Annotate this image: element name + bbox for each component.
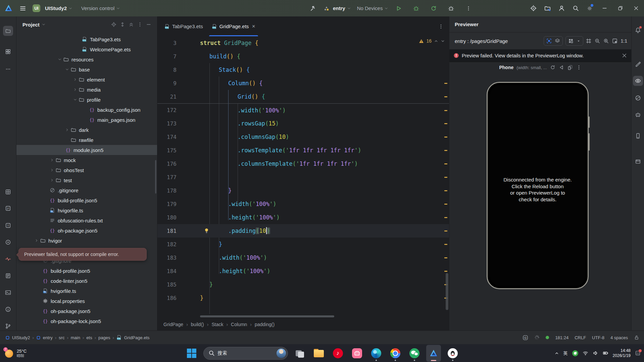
- hidden-icons-icon[interactable]: [554, 351, 559, 356]
- inspection-widget[interactable]: 16: [419, 38, 445, 44]
- tree-item-build-profile-json5[interactable]: {} build-profile.json5: [16, 266, 157, 276]
- tree-item-gitignore[interactable]: .gitignore: [16, 185, 157, 195]
- close-button[interactable]: [628, 0, 644, 16]
- chevron-down-icon[interactable]: [64, 67, 70, 71]
- code-area[interactable]: 3 struct GridPage { 7 build() { 8 Stack(…: [157, 36, 449, 314]
- status-path-uistudy2[interactable]: UIStudy2: [12, 335, 30, 340]
- collapse-all-icon[interactable]: [127, 20, 136, 29]
- taskbar-search[interactable]: 搜索: [203, 347, 288, 360]
- reload-icon[interactable]: [550, 65, 555, 70]
- line-number[interactable]: 3: [157, 40, 181, 46]
- battery-icon[interactable]: [603, 350, 608, 356]
- tree-item-ohostest[interactable]: ohosTest: [16, 165, 157, 175]
- code-line-174[interactable]: 174 .columnsGap(10): [157, 130, 449, 144]
- more-tools-icon[interactable]: [3, 64, 13, 74]
- previewer-eye-icon[interactable]: [633, 76, 643, 86]
- tree-item-base[interactable]: base: [16, 64, 157, 74]
- line-number[interactable]: 181: [157, 228, 181, 234]
- terminal-icon[interactable]: [3, 288, 13, 298]
- banner-close-icon[interactable]: [622, 53, 627, 58]
- assistant-pen-icon[interactable]: [633, 59, 643, 69]
- line-number[interactable]: 175: [157, 147, 181, 154]
- vcs-widget[interactable]: Version control: [81, 5, 120, 11]
- breadcrumb-column[interactable]: Column: [231, 322, 247, 327]
- tree-item-tabpage3-ets[interactable]: ETS TabPage3.ets: [16, 34, 157, 44]
- code-line-186[interactable]: 186 }: [157, 291, 449, 305]
- tab-tabpage3[interactable]: ETS TabPage3.ets: [160, 16, 207, 36]
- rotate-icon[interactable]: [559, 65, 564, 70]
- line-number[interactable]: 7: [157, 53, 181, 60]
- grid-view-icon[interactable]: [568, 38, 574, 44]
- notification-center-icon[interactable]: [635, 350, 641, 356]
- code-line-179[interactable]: 179 .width('100%'): [157, 197, 449, 211]
- hide-panel-icon[interactable]: [144, 20, 153, 29]
- ai-robot-icon[interactable]: [633, 110, 643, 120]
- code-line-182[interactable]: 182 }: [157, 238, 449, 251]
- ohos-globe-icon[interactable]: [633, 93, 643, 103]
- device-selector[interactable]: No Devices: [357, 5, 389, 11]
- wifi-icon[interactable]: [583, 350, 588, 356]
- status-path-gridpage-ets[interactable]: GridPage.ets: [124, 335, 150, 340]
- status-path-main[interactable]: main: [71, 335, 80, 340]
- tree-item-obfuscation-rules-txt[interactable]: obfuscation-rules.txt: [16, 215, 157, 225]
- green-app-icon[interactable]: [572, 350, 578, 356]
- zoom-out-icon[interactable]: [595, 38, 600, 44]
- git-icon[interactable]: [3, 321, 13, 331]
- caret-position[interactable]: 181:24: [555, 335, 568, 340]
- layers-icon[interactable]: [555, 38, 560, 44]
- profiler-button[interactable]: [444, 0, 458, 16]
- hscrollbar-thumb[interactable]: [200, 315, 334, 317]
- tree-item-rawfile[interactable]: rawfile: [16, 135, 157, 145]
- code-line-3[interactable]: 3 struct GridPage {: [157, 36, 449, 50]
- run-tool-icon[interactable]: [3, 237, 13, 247]
- line-number[interactable]: 179: [157, 201, 181, 207]
- tab-options-icon[interactable]: [438, 24, 444, 29]
- tool-t-icon[interactable]: T: [3, 220, 13, 230]
- code-line-21[interactable]: 21 Grid() {: [157, 90, 449, 103]
- panel-options-icon[interactable]: [136, 20, 144, 29]
- lock-icon[interactable]: [634, 335, 639, 340]
- chevron-right-icon[interactable]: [72, 77, 78, 82]
- expand-collapse-icon[interactable]: [118, 20, 127, 29]
- code-line-173[interactable]: 173 .rowsGap(15): [157, 117, 449, 130]
- line-number[interactable]: 9: [157, 80, 181, 87]
- editor-hscrollbar[interactable]: [157, 314, 449, 318]
- tab-gridpage[interactable]: ETS GridPage.ets ✕: [207, 16, 260, 36]
- bookmarks-grid-icon[interactable]: [3, 187, 13, 197]
- line-number[interactable]: 178: [157, 188, 181, 194]
- taskbar-app-qq[interactable]: [445, 345, 460, 362]
- g-service-icon[interactable]: G: [523, 335, 528, 341]
- maximize-button[interactable]: [612, 0, 628, 16]
- account-icon[interactable]: [554, 0, 568, 16]
- taskbar-app-explorer[interactable]: [311, 345, 326, 362]
- code-line-181[interactable]: 181 .padding(10): [157, 224, 449, 238]
- project-folder-icon[interactable]: [3, 26, 13, 36]
- status-path-src[interactable]: src: [59, 335, 64, 340]
- code-line-184[interactable]: 184 .height('100%'): [157, 264, 449, 278]
- main-menu-icon[interactable]: [18, 0, 28, 16]
- prev-warning-icon[interactable]: [434, 39, 438, 43]
- tree-item-code-linter-json5[interactable]: {} code-linter.json5: [16, 276, 157, 286]
- status-path-entry[interactable]: entry: [43, 335, 53, 340]
- breadcrumb-gridpage[interactable]: GridPage: [163, 322, 183, 327]
- line-ending[interactable]: CRLF: [575, 335, 586, 340]
- project-selector[interactable]: UIStudy2: [45, 5, 72, 11]
- tree-item-hvigorfile-ts[interactable]: TS hvigorfile.ts: [16, 205, 157, 215]
- line-number[interactable]: 180: [157, 214, 181, 221]
- tree-item-main-pages-json[interactable]: {} main_pages.json: [16, 115, 157, 125]
- modules-icon[interactable]: [3, 47, 13, 57]
- more-actions-icon[interactable]: [461, 0, 476, 16]
- taskbar-app-deveco-studio[interactable]: [426, 345, 441, 362]
- tool-p-icon[interactable]: P: [3, 203, 13, 213]
- line-number[interactable]: 184: [157, 268, 181, 274]
- intention-bulb-icon[interactable]: [204, 228, 209, 234]
- taskbar-app-widgets[interactable]: [292, 345, 307, 362]
- tree-item-media[interactable]: media: [16, 85, 157, 95]
- tree-item-hvigor[interactable]: hvigor: [16, 236, 157, 246]
- code-line-185[interactable]: 185 }: [157, 278, 449, 291]
- breadcrumb-stack[interactable]: Stack: [211, 322, 223, 327]
- weather-widget[interactable]: 7 25°C晴朗: [4, 348, 27, 358]
- line-number[interactable]: 177: [157, 174, 181, 180]
- frame-bounds-icon[interactable]: [586, 38, 591, 44]
- indent-setting[interactable]: 4 spaces: [610, 335, 628, 340]
